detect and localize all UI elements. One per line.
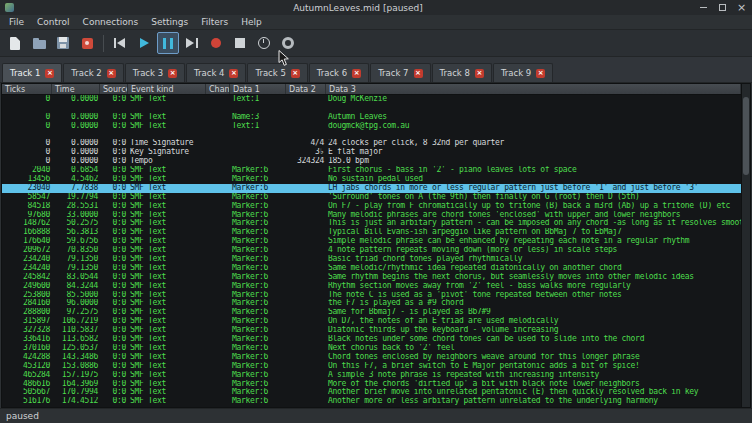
cell-chan [206,282,230,291]
tab-track-2[interactable]: Track 2× [63,63,123,82]
tab-track-6[interactable]: Track 6× [309,63,369,82]
event-row[interactable]: 134564.54620:0SMF TextMarker:6No sustain… [2,175,741,184]
tab-track-4[interactable]: Track 4× [186,63,246,82]
column-header-ticks[interactable]: Ticks [2,84,52,94]
cell-src: 0:0 [100,157,128,166]
record-arm-button[interactable] [76,32,98,54]
cell-d3: Typical Bill Evans-ish arpeggio like pat… [326,228,741,237]
event-row[interactable]: 23424079.13500:0SMF TextMarker:6Same mel… [2,264,741,273]
configure-button[interactable] [277,32,299,54]
event-row[interactable]: 465284157.19750:0SMF TextMarker:6A simpl… [2,371,741,380]
tab-track-5[interactable]: Track 5× [247,63,307,82]
record-button[interactable] [205,32,227,54]
minimize-button[interactable] [698,2,709,13]
column-header-source[interactable]: Source [100,84,128,94]
cell-time: 0.0000 [52,122,100,131]
tab-close-icon[interactable]: × [229,69,238,78]
event-row[interactable]: 24584283.05440:0SMF TextMarker:6Same rhy… [2,273,741,282]
event-row[interactable]: 486616164.39690:0SMF TextMarker:6More of… [2,380,741,389]
cell-kind: SMF Text [128,113,206,122]
event-row[interactable]: 9768033.00000:0SMF TextMarker:6Many melo… [2,211,741,220]
event-row[interactable]: 327328110.58370:0SMF TextMarker:6Diatoni… [2,326,741,335]
tab-track-9[interactable]: Track 9× [493,63,553,82]
event-row[interactable]: 24960084.32440:0SMF TextMarker:6Rhythm s… [2,282,741,291]
event-row[interactable]: 370160125.05370:0SMF TextMarker:6Next ch… [2,344,741,353]
new-file-button[interactable] [4,32,26,54]
tabbar: Track 1×Track 2×Track 3×Track 4×Track 5×… [0,57,752,83]
skip-forward-button[interactable] [181,32,203,54]
maximize-button[interactable] [717,2,728,13]
tab-close-icon[interactable]: × [414,69,423,78]
tab-close-icon[interactable]: × [168,69,177,78]
scrollbar-thumb[interactable] [743,97,749,175]
event-row[interactable]: 00.00000:0SMF TextText:1Doug McKenzie [2,95,741,104]
timer-button[interactable] [253,32,275,54]
tab-track-7[interactable]: Track 7× [370,63,430,82]
cell-d3: Doug McKenzie [326,95,741,104]
event-row[interactable]: 5854719.77940:0SMF TextMarker:6'Surround… [2,193,741,202]
cell-d2: 324324 [286,157,326,166]
event-row-selected[interactable]: 230407.78380:0SMF TextMarker:6LH jabs ch… [2,184,741,193]
event-row[interactable]: 453120153.08860:0SMF TextMarker:6On this… [2,362,741,371]
tab-track-3[interactable]: Track 3× [125,63,185,82]
skip-backward-button[interactable] [109,32,131,54]
cell-d3: 4 note pattern repeats moving down (more… [326,246,741,255]
event-row[interactable]: 00.00000:0Tempo324324185.0 bpm [2,157,741,166]
event-row[interactable]: 16688856.38130:0SMF TextMarker:6Typical … [2,228,741,237]
menu-settings[interactable]: Settings [145,16,194,28]
cell-d2 [286,131,326,140]
cell-time: 0.0000 [52,148,100,157]
event-row[interactable]: 00.00000:0Time Signature4/424 clocks per… [2,139,741,148]
event-row[interactable]: 336416113.65820:0SMF TextMarker:6Black n… [2,335,741,344]
menu-control[interactable]: Control [31,16,76,28]
tab-close-icon[interactable]: × [536,69,545,78]
play-button[interactable] [133,32,155,54]
cell-src: 0:0 [100,148,128,157]
tab-track-1[interactable]: Track 1× [2,63,62,82]
tab-close-icon[interactable]: × [45,69,54,78]
event-row[interactable]: 20967270.83500:0SMF TextMarker:64 note p… [2,246,741,255]
menu-filters[interactable]: Filters [195,16,234,28]
column-header-event-kind[interactable]: Event kind [128,84,206,94]
event-row[interactable]: 28880097.25750:0SMF TextMarker:6Same for… [2,308,741,317]
event-row[interactable]: 14876250.25750:0SMF TextMarker:6This is … [2,219,741,228]
event-row[interactable]: 20400.68540:0SMF TextMarker:6First choru… [2,166,741,175]
event-row[interactable]: 25380085.50000:0SMF TextMarker:6The note… [2,291,741,300]
event-row[interactable]: 516176174.45120:0SMF TextMarker:6Another… [2,397,741,406]
cell-src: 0:0 [100,255,128,264]
event-row[interactable]: 505667170.79940:0SMF TextMarker:6Another… [2,388,741,397]
event-row[interactable]: 8451828.55310:0SMF TextMarker:6On F7 - p… [2,202,741,211]
tab-label: Track 4 [194,68,224,78]
pause-button[interactable] [157,32,179,54]
titlebar[interactable]: AutumnLeaves.mid [paused] × [0,0,752,15]
save-file-button[interactable] [52,32,74,54]
cell-d3: dougmck@tpg.com.au [326,122,741,131]
column-header-data-3[interactable]: Data 3 [326,84,741,94]
event-row[interactable]: 17664059.67560:0SMF TextMarker:6Simple m… [2,237,741,246]
menu-connections[interactable]: Connections [77,16,145,28]
menu-file[interactable]: File [3,16,30,28]
event-row[interactable]: 28416096.00000:0SMF TextMarker:6the F7 i… [2,299,741,308]
column-header-time[interactable]: Time [52,84,100,94]
column-header-data-2[interactable]: Data 2 [286,84,326,94]
tab-track-8[interactable]: Track 8× [432,63,492,82]
cell-chan [206,211,230,220]
vertical-scrollbar[interactable] [741,84,750,407]
event-row[interactable]: 00.00000:0SMF TextText:1dougmck@tpg.com.… [2,122,741,131]
close-button[interactable]: × [736,2,747,13]
event-row[interactable]: 00.00000:0Key Signature3♭E flat major [2,148,741,157]
event-row[interactable]: 315897106.72190:0SMF TextMarker:6On D7, … [2,317,741,326]
tab-close-icon[interactable]: × [291,69,300,78]
tab-close-icon[interactable]: × [352,69,361,78]
tab-close-icon[interactable]: × [475,69,484,78]
menu-help[interactable]: Help [235,16,268,28]
event-row[interactable]: 424288143.34860:0SMF TextMarker:6Chord t… [2,353,741,362]
stop-icon [235,38,245,48]
column-header-chan[interactable]: Chan [206,84,230,94]
stop-button[interactable] [229,32,251,54]
open-file-button[interactable] [28,32,50,54]
column-header-data-1[interactable]: Data 1 [230,84,286,94]
event-row[interactable]: 00.00000:0SMF TextName:3Autumn Leaves [2,113,741,122]
tab-close-icon[interactable]: × [107,69,116,78]
event-row[interactable]: 23424079.13500:0SMF TextMarker:6Basic tr… [2,255,741,264]
